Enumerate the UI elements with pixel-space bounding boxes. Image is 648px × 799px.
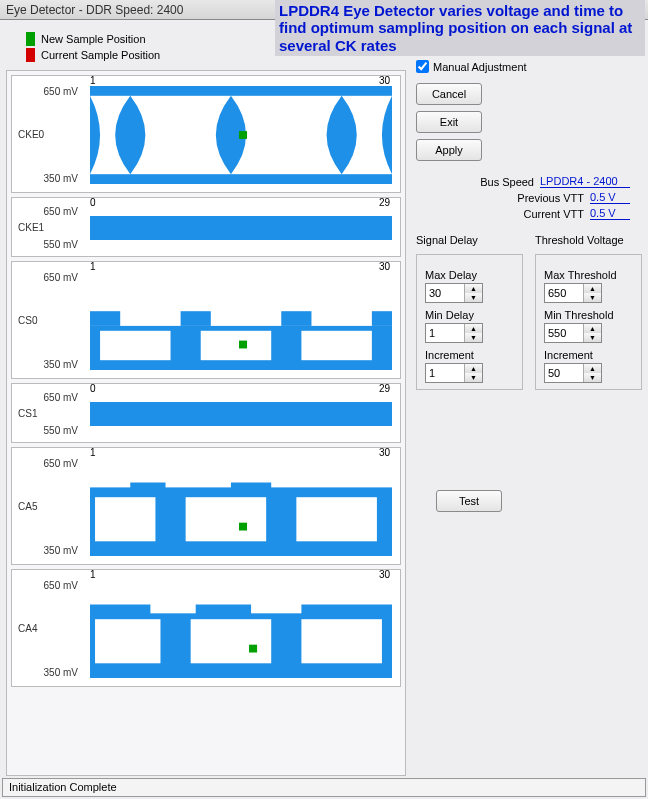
xlabel-min: 0 [90,383,96,394]
svg-rect-22 [301,619,382,663]
eye-plot-cs1[interactable]: 650 mV CS1 550 mV 0 29 [11,383,401,443]
prev-vtt-label: Previous VTT [517,192,584,204]
svg-rect-14 [186,497,267,541]
min-delay-input[interactable] [426,324,464,342]
new-sample-swatch [26,32,35,46]
manual-adjust-label: Manual Adjustment [433,61,527,73]
min-delay-label: Min Delay [425,309,514,321]
exit-button[interactable]: Exit [416,111,482,133]
max-delay-spinner[interactable]: ▲▼ [425,283,483,303]
max-threshold-spinner[interactable]: ▲▼ [544,283,602,303]
eye-diagram [90,86,392,184]
xlabel-min: 0 [90,197,96,208]
svg-rect-8 [181,311,211,326]
spin-down-icon[interactable]: ▼ [584,333,601,342]
bus-speed-label: Bus Speed [480,176,534,188]
apply-button[interactable]: Apply [416,139,482,161]
plot-name: CA5 [18,501,37,512]
plot-area [90,272,392,370]
inc-threshold-label: Increment [544,349,633,361]
svg-rect-5 [201,331,271,360]
xlabel-max: 30 [379,75,390,86]
manual-adjust-checkbox[interactable] [416,60,429,73]
svg-rect-17 [231,483,271,495]
svg-rect-21 [191,619,272,663]
spin-down-icon[interactable]: ▼ [584,293,601,302]
spin-up-icon[interactable]: ▲ [584,364,601,373]
plot-labels: 650 mV CA4 350 mV [12,570,84,686]
min-threshold-spinner[interactable]: ▲▼ [544,323,602,343]
eye-plot-cke1[interactable]: 650 mV CKE1 550 mV 0 29 [11,197,401,257]
plot-area [90,208,392,248]
xlabel-max: 30 [379,261,390,272]
curr-vtt-value: 0.5 V [590,207,630,220]
svg-rect-13 [95,497,155,541]
spin-up-icon[interactable]: ▲ [584,324,601,333]
ylabel-bot: 350 mV [44,173,78,184]
ylabel-top: 650 mV [44,392,78,403]
plot-name: CS1 [18,408,37,419]
spin-down-icon[interactable]: ▼ [584,373,601,382]
eye-plot-stack: 650 mV CKE0 350 mV 1 30 [6,70,406,776]
test-button[interactable]: Test [436,490,502,512]
prev-vtt-value: 0.5 V [590,191,630,204]
eye-plot-cs0[interactable]: 650 mV CS0 350 mV 1 30 [11,261,401,379]
min-threshold-input[interactable] [545,324,583,342]
plot-labels: 650 mV CS0 350 mV [12,262,84,378]
threshold-voltage-group: Max Threshold ▲▼ Min Threshold ▲▼ Increm… [535,254,642,390]
max-threshold-input[interactable] [545,284,583,302]
svg-rect-20 [95,619,160,663]
plot-labels: 650 mV CKE0 350 mV [12,76,84,192]
ylabel-top: 650 mV [44,458,78,469]
ylabel-bot: 550 mV [44,239,78,250]
signal-delay-title: Signal Delay [416,234,523,246]
eye-plot-ca5[interactable]: 650 mV CA5 350 mV 1 30 [11,447,401,565]
svg-rect-15 [296,497,377,541]
signal-delay-group: Max Delay ▲▼ Min Delay ▲▼ Increment ▲▼ [416,254,523,390]
plot-labels: 650 mV CA5 350 mV [12,448,84,564]
inc-threshold-input[interactable] [545,364,583,382]
ylabel-bot: 350 mV [44,667,78,678]
spin-down-icon[interactable]: ▼ [465,373,482,382]
spin-down-icon[interactable]: ▼ [465,333,482,342]
inc-delay-spinner[interactable]: ▲▼ [425,363,483,383]
ylabel-bot: 550 mV [44,425,78,436]
left-column: New Sample Position Current Sample Posit… [6,26,406,774]
max-delay-input[interactable] [426,284,464,302]
min-delay-spinner[interactable]: ▲▼ [425,323,483,343]
main-content: New Sample Position Current Sample Posit… [0,20,648,776]
bus-speed-row: Bus Speed LPDDR4 - 2400 [416,175,642,188]
svg-rect-0 [90,86,392,96]
svg-rect-16 [130,483,165,495]
plot-name: CKE1 [18,222,44,233]
annotation-overlay: LPDDR4 Eye Detector varies voltage and t… [275,0,645,56]
ylabel-top: 650 mV [44,272,78,283]
cancel-button[interactable]: Cancel [416,83,482,105]
svg-rect-2 [239,131,247,139]
eye-plot-cke0[interactable]: 650 mV CKE0 350 mV 1 30 [11,75,401,193]
status-bar: Initialization Complete [2,778,646,797]
inc-threshold-spinner[interactable]: ▲▼ [544,363,602,383]
spin-up-icon[interactable]: ▲ [465,324,482,333]
curr-vtt-row: Current VTT 0.5 V [416,207,642,220]
plot-name: CKE0 [18,129,44,140]
plot-area [90,580,392,678]
svg-rect-18 [239,523,247,531]
xlabel-min: 1 [90,569,96,580]
ylabel-bot: 350 mV [44,545,78,556]
inc-delay-input[interactable] [426,364,464,382]
spin-up-icon[interactable]: ▲ [465,364,482,373]
plot-name: CS0 [18,315,37,326]
spin-up-icon[interactable]: ▲ [584,284,601,293]
bus-speed-value: LPDDR4 - 2400 [540,175,630,188]
xlabel-max: 30 [379,447,390,458]
eye-plot-ca4[interactable]: 650 mV CA4 350 mV 1 30 [11,569,401,687]
xlabel-min: 1 [90,447,96,458]
spin-up-icon[interactable]: ▲ [465,284,482,293]
svg-rect-11 [239,341,247,349]
legend-current-label: Current Sample Position [41,49,160,61]
svg-rect-10 [372,311,392,326]
svg-rect-1 [90,174,392,184]
xlabel-max: 29 [379,197,390,208]
spin-down-icon[interactable]: ▼ [465,293,482,302]
